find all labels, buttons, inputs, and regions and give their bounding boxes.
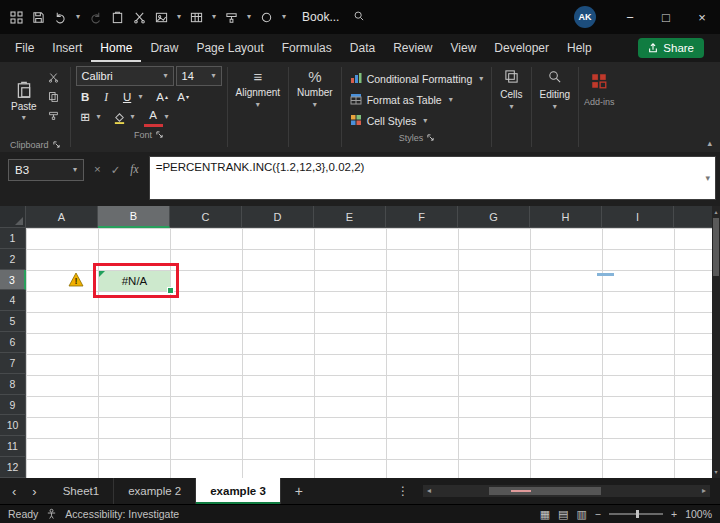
table-icon[interactable] <box>190 11 203 24</box>
editing-group-button[interactable]: Editing ▾ <box>532 62 579 152</box>
expand-formula-bar-icon[interactable]: ▾ <box>705 173 710 183</box>
bold-button[interactable]: B <box>76 88 95 105</box>
error-warning-icon[interactable]: ! <box>68 272 84 291</box>
cancel-entry-icon[interactable]: × <box>94 163 101 175</box>
clipboard-icon[interactable] <box>111 11 124 24</box>
select-all-corner[interactable] <box>0 206 26 228</box>
column-header-a[interactable]: A <box>26 206 98 228</box>
horizontal-scrollbar[interactable]: ◂ ▸ <box>423 485 710 497</box>
addins-button[interactable] <box>584 66 615 94</box>
tab-draw[interactable]: Draw <box>141 34 187 62</box>
row-header-11[interactable]: 11 <box>0 436 26 457</box>
table-dropdown-icon[interactable]: ▾ <box>212 13 216 21</box>
row-header-3[interactable]: 3 <box>0 270 26 291</box>
cut-button[interactable] <box>45 69 63 85</box>
insert-function-icon[interactable]: fx <box>130 163 138 175</box>
name-box[interactable]: B3 ▾ <box>8 159 84 181</box>
column-header-f[interactable]: F <box>386 206 458 228</box>
font-color-dropdown-icon[interactable]: ▾ <box>165 113 169 121</box>
row-header-2[interactable]: 2 <box>0 249 26 270</box>
record-macro-icon[interactable] <box>260 11 273 24</box>
vertical-scroll-thumb[interactable] <box>713 218 719 276</box>
grow-font-button[interactable]: A▴ <box>153 88 172 105</box>
row-header-6[interactable]: 6 <box>0 332 26 353</box>
normal-view-button[interactable]: ▦ <box>540 508 550 521</box>
row-header-4[interactable]: 4 <box>0 290 26 311</box>
row-header-12[interactable]: 12 <box>0 457 26 478</box>
row-header-10[interactable]: 10 <box>0 415 26 436</box>
column-header-d[interactable]: D <box>242 206 314 228</box>
scroll-down-icon[interactable]: ▾ <box>712 468 720 476</box>
qat-customize-icon[interactable]: ▾ <box>282 13 286 21</box>
borders-dropdown-icon[interactable]: ▾ <box>97 113 101 121</box>
tab-review[interactable]: Review <box>384 34 441 62</box>
tab-data[interactable]: Data <box>341 34 384 62</box>
number-group-button[interactable]: % Number ▾ <box>289 62 341 152</box>
new-sheet-button[interactable]: + <box>281 478 317 504</box>
row-header-9[interactable]: 9 <box>0 395 26 416</box>
sheet-tab-example3[interactable]: example 3 <box>196 478 281 504</box>
image-icon[interactable] <box>155 11 168 24</box>
zoom-out-button[interactable]: − <box>595 508 601 520</box>
row-header-7[interactable]: 7 <box>0 353 26 374</box>
enter-entry-icon[interactable]: ✓ <box>111 163 121 177</box>
paste-button[interactable]: Paste ▾ <box>5 66 43 137</box>
font-color-button[interactable]: A <box>144 107 163 127</box>
avatar[interactable]: AK <box>574 6 596 28</box>
scroll-right-icon[interactable]: ▸ <box>702 487 706 495</box>
underline-button[interactable]: U <box>118 88 137 105</box>
tab-view[interactable]: View <box>442 34 486 62</box>
row-header-5[interactable]: 5 <box>0 311 26 332</box>
redo-icon[interactable] <box>89 11 102 24</box>
column-header-g[interactable]: G <box>458 206 530 228</box>
zoom-level[interactable]: 100% <box>685 508 712 520</box>
save-icon[interactable] <box>32 11 45 24</box>
underline-dropdown-icon[interactable]: ▾ <box>139 93 143 101</box>
image-dropdown-icon[interactable]: ▾ <box>177 13 181 21</box>
zoom-in-button[interactable]: + <box>671 508 677 520</box>
conditional-formatting-button[interactable]: Conditional Formatting ▾ <box>347 69 487 88</box>
maximize-button[interactable]: □ <box>648 0 684 34</box>
cut-icon[interactable] <box>133 11 146 24</box>
vertical-scrollbar[interactable]: ▴ ▾ <box>712 206 720 478</box>
styles-dialog-launcher-icon[interactable] <box>427 133 434 143</box>
zoom-slider-thumb[interactable] <box>636 510 639 518</box>
format-as-table-button[interactable]: Format as Table ▾ <box>347 90 487 109</box>
scroll-up-icon[interactable]: ▴ <box>712 208 720 216</box>
borders-button[interactable]: ⊞ <box>76 109 95 126</box>
undo-icon[interactable] <box>54 11 67 24</box>
sheet-tab-example2[interactable]: example 2 <box>114 478 196 504</box>
minimize-button[interactable]: − <box>612 0 648 34</box>
search-icon[interactable] <box>353 8 365 26</box>
row-header-1[interactable]: 1 <box>0 228 26 249</box>
tab-file[interactable]: File <box>6 34 43 62</box>
tab-insert[interactable]: Insert <box>43 34 91 62</box>
font-size-select[interactable]: 14 ▾ <box>176 66 222 86</box>
painter-dropdown-icon[interactable]: ▾ <box>247 13 251 21</box>
tab-page-layout[interactable]: Page Layout <box>187 34 272 62</box>
column-header-e[interactable]: E <box>314 206 386 228</box>
page-layout-view-button[interactable]: ▤ <box>558 508 568 521</box>
column-header-c[interactable]: C <box>170 206 242 228</box>
font-name-select[interactable]: Calibri ▾ <box>76 66 174 86</box>
cell-styles-button[interactable]: Cell Styles ▾ <box>347 111 487 130</box>
alignment-group-button[interactable]: ≡ Alignment ▾ <box>228 62 288 152</box>
sheet-tab-sheet1[interactable]: Sheet1 <box>49 478 114 504</box>
shrink-font-button[interactable]: A▾ <box>174 88 193 105</box>
format-painter-icon[interactable] <box>225 11 238 24</box>
tab-developer[interactable]: Developer <box>485 34 558 62</box>
undo-dropdown-icon[interactable]: ▾ <box>76 13 80 21</box>
collapse-ribbon-icon[interactable]: ▴ <box>707 138 712 148</box>
italic-button[interactable]: I <box>97 88 116 105</box>
tab-options-icon[interactable]: ⋮ <box>387 478 419 504</box>
tab-help[interactable]: Help <box>558 34 601 62</box>
cell-grid[interactable]: ! #N/A <box>26 228 712 478</box>
scroll-left-icon[interactable]: ◂ <box>427 487 431 495</box>
copy-button[interactable] <box>45 88 63 104</box>
prev-sheet-icon[interactable]: ‹ <box>12 484 16 499</box>
row-header-8[interactable]: 8 <box>0 374 26 395</box>
app-menu-icon[interactable] <box>10 11 23 24</box>
zoom-slider[interactable] <box>609 513 663 515</box>
accessibility-status[interactable]: Accessibility: Investigate <box>65 508 179 520</box>
horizontal-scroll-thumb[interactable] <box>489 487 601 495</box>
